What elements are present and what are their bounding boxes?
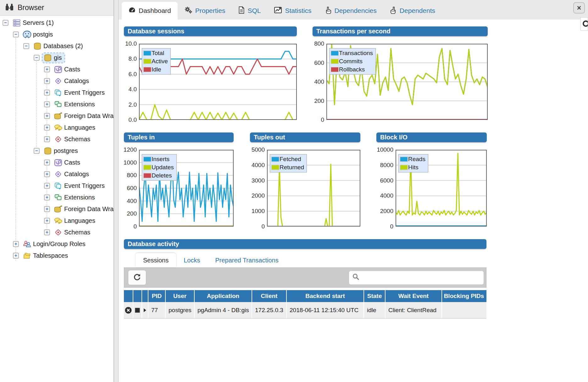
column-header-blocking-pids[interactable]: Blocking PIDs [442,290,486,302]
charts-row-1: Database sessions 10.08.06.04.02.00.0 To… [124,26,588,121]
tree-item-event-triggers[interactable]: +Event Triggers [0,87,114,98]
column-header-backend-start[interactable]: Backend start [287,290,364,302]
expand-expander[interactable]: + [44,160,50,166]
column-header-client[interactable]: Client [252,290,287,302]
tree-item-languages[interactable]: +Languages [0,215,114,227]
legend-swatch [271,156,280,162]
expand-expander[interactable]: + [44,206,50,212]
panel-title: Transactions per second [313,26,488,36]
y-axis-tick: 8000 [380,162,393,169]
legend-swatch [330,50,339,56]
expand-expander[interactable]: + [44,218,50,224]
tree-item-label: Event Triggers [64,89,105,96]
tree-item-tablespaces[interactable]: +Tablespaces [0,250,114,261]
expand-expander[interactable]: + [44,171,50,177]
tree-item-label: Schemas [64,229,90,236]
tree-item-schemas[interactable]: +Schemas [0,133,114,145]
expand-expander[interactable]: + [44,136,50,142]
tree-item-event-triggers[interactable]: +Event Triggers [0,180,114,192]
activity-tab-locks[interactable]: Locks [176,253,208,267]
main-panel: DashboardPropertiesSQLStatisticsDependen… [119,0,588,382]
tree-item-extensions[interactable]: +Extensions [0,98,114,110]
expand-expander[interactable]: + [44,90,50,96]
cell-blocking-pids [442,302,486,318]
extensions-icon [53,101,63,108]
collapse-expander[interactable]: − [13,31,19,37]
column-header-user[interactable]: User [166,290,195,302]
tree-item-schemas[interactable]: +Schemas [0,227,114,238]
column-header-wait-event[interactable]: Wait Event [386,290,442,302]
legend-entry: Rollbacks [330,65,373,74]
tree-item-gis[interactable]: −gis [0,52,114,64]
refresh-button[interactable] [128,270,146,285]
tree-item-foreign-data-wrappers[interactable]: +Foreign Data Wrappers [0,110,114,122]
y-axis-tick: 200 [314,98,324,104]
expand-row-icon[interactable] [142,302,148,318]
foreign-data-wrapper-icon [53,205,63,213]
search-box[interactable] [349,271,484,285]
legend-entry: Active [143,57,168,65]
tree-item-label: Casts [64,159,80,166]
tree-item-servers-1-[interactable]: −Servers (1) [0,17,114,29]
tree-item-casts[interactable]: +Casts [0,157,114,168]
tree-item-postgis[interactable]: −postgis [0,29,114,40]
stop-icon[interactable] [133,302,142,318]
tree-item-postgres[interactable]: −postgres [0,145,114,157]
expand-expander[interactable]: + [13,253,19,259]
column-header-icon[interactable] [124,290,133,302]
collapse-expander[interactable]: − [34,55,40,61]
tree-item-extensions[interactable]: +Extensions [0,192,114,203]
tree-item-catalogs[interactable]: +Catalogs [0,75,114,87]
cell-application: pgAdmin 4 - DB:gis [195,302,252,318]
y-axis-tick: 2000 [380,208,393,215]
legend-swatch [271,165,280,170]
collapse-expander[interactable]: − [3,20,8,26]
collapse-expander[interactable]: − [23,43,29,49]
column-header-icon[interactable] [133,290,142,302]
tab-statistics[interactable]: Statistics [267,2,318,20]
expand-expander[interactable]: + [44,66,50,72]
browser-title: Browser [18,3,44,12]
expand-expander[interactable]: + [44,125,50,131]
tree-item-login-group-roles[interactable]: +Login/Group Roles [0,238,114,250]
column-header-state[interactable]: State [364,290,386,302]
activity-tab-prepared-transactions[interactable]: Prepared Transactions [208,253,286,267]
tab-dependencies[interactable]: Dependencies [318,2,383,20]
expand-expander[interactable]: + [44,194,50,200]
tablespaces-icon [22,252,32,260]
expand-expander[interactable]: + [44,101,50,107]
expand-expander[interactable]: + [44,113,50,119]
expand-expander[interactable]: + [44,183,50,189]
collapse-expander[interactable]: − [34,148,40,154]
expand-expander[interactable]: + [44,78,50,84]
legend-label: Commits [339,58,363,65]
cell-client: 172.25.0.3 [252,302,287,318]
y-axis-tick: 1200 [124,146,137,153]
panel-tuples-out: Tuples out 500040003000200010000 Fetched… [250,132,360,228]
column-header-icon[interactable] [142,290,148,302]
tree-item-languages[interactable]: +Languages [0,122,114,133]
legend-label: Hits [408,164,419,171]
expand-expander[interactable]: + [13,241,19,247]
panel-splitter[interactable] [114,0,119,382]
session-row[interactable]: 77postgrespgAdmin 4 - DB:gis172.25.0.320… [124,302,486,319]
column-header-application[interactable]: Application [195,290,252,302]
cancel-icon[interactable] [124,302,133,318]
tree-item-catalogs[interactable]: +Catalogs [0,168,114,180]
tab-sql[interactable]: SQL [232,2,267,20]
server-icon [12,19,21,27]
tab-dependents[interactable]: Dependents [383,2,442,20]
search-input[interactable] [360,271,484,284]
column-header-pid[interactable]: PID [148,290,166,302]
expand-expander[interactable]: + [44,229,50,235]
tree-item-casts[interactable]: +Casts [0,64,114,75]
roles-icon [22,240,32,248]
tab-properties[interactable]: Properties [178,2,232,20]
activity-tab-sessions[interactable]: Sessions [136,253,176,267]
tree-item-foreign-data-wrappers[interactable]: +Foreign Data Wrappers [0,203,114,215]
sessions-grid: PIDUserApplicationClientBackend startSta… [124,290,486,319]
tree-item-databases-2-[interactable]: −Databases (2) [0,40,114,52]
tab-dashboard[interactable]: Dashboard [122,2,178,20]
legend-label: Inserts [152,156,169,163]
close-panel-button[interactable]: × [573,2,585,14]
